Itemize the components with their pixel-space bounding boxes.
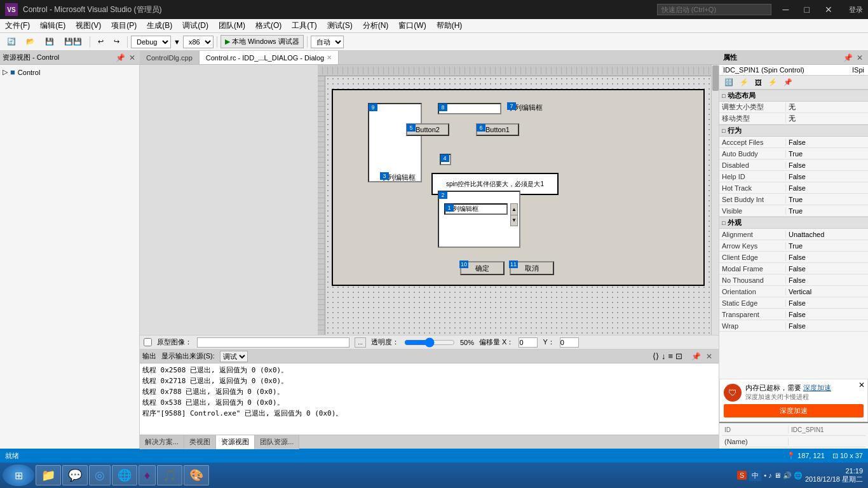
- control-5-button2[interactable]: 5 Button2: [406, 123, 449, 136]
- media-icon: 🎵: [163, 468, 177, 482]
- tray-s-icon[interactable]: S: [737, 471, 747, 480]
- login-label[interactable]: 登录: [849, 5, 863, 15]
- run-button[interactable]: ▶ 本地 Windows 调试器: [220, 35, 304, 48]
- menu-analyze[interactable]: 分析(N): [358, 19, 394, 32]
- menu-project[interactable]: 项目(P): [106, 19, 142, 32]
- prop-modal-frame-value: False: [786, 265, 868, 273]
- designer-area: 9 8 ▼ 7 小列编辑框 6 Button1: [140, 65, 719, 335]
- debug-mode-select[interactable]: Debug: [131, 36, 171, 48]
- menu-edit[interactable]: 编辑(E): [35, 19, 71, 32]
- spin-down-btn[interactable]: ▼: [511, 215, 517, 226]
- prop-btn-4[interactable]: ⚡: [766, 77, 780, 88]
- menu-window[interactable]: 窗口(W): [393, 19, 431, 32]
- control-4-checkbox[interactable]: 4: [440, 154, 451, 165]
- taskbar-item-wechat[interactable]: 💬: [62, 465, 88, 485]
- quick-launch-input[interactable]: [657, 4, 771, 15]
- control-9-rect[interactable]: 9: [368, 103, 422, 182]
- menu-file[interactable]: 文件(F): [0, 19, 35, 32]
- quick-launch[interactable]: [657, 4, 771, 15]
- section-dynamic-layout-header[interactable]: □ 动态布局: [719, 90, 868, 102]
- close-button[interactable]: ✕: [821, 3, 836, 16]
- toolbar-save[interactable]: 💾: [41, 36, 58, 48]
- build-config-select[interactable]: 自动: [311, 36, 344, 48]
- output-toolbar-btn1[interactable]: ⟨⟩: [653, 351, 659, 361]
- control-1-textbox[interactable]: 1 小列编辑框: [444, 203, 508, 215]
- menu-tools[interactable]: 工具(T): [287, 19, 322, 32]
- control-2-spinbox[interactable]: 2 1 小列编辑框 ▲ ▼: [438, 191, 520, 248]
- popup-close-btn[interactable]: ✕: [858, 381, 865, 390]
- menu-format[interactable]: 格式(O): [250, 19, 287, 32]
- pin-properties-icon[interactable]: 📌: [842, 53, 854, 62]
- status-coords: 📍 187, 121: [787, 452, 825, 460]
- explorer-icon: 📁: [41, 468, 55, 482]
- prototype-image-checkbox[interactable]: [144, 338, 152, 346]
- show-source-select[interactable]: 调试: [220, 351, 248, 362]
- toolbar-saveall[interactable]: 💾💾: [60, 36, 86, 48]
- tab-team-resource[interactable]: 团队资源...: [255, 435, 299, 449]
- menu-help[interactable]: 帮助(H): [431, 19, 468, 32]
- menu-view[interactable]: 视图(V): [71, 19, 106, 32]
- scrollbar-thumb[interactable]: [712, 65, 719, 91]
- output-toolbar-btn3[interactable]: ≡: [668, 351, 673, 361]
- taskbar-item-ie[interactable]: 🌐: [112, 465, 137, 485]
- prop-btn-3[interactable]: 🖼: [752, 78, 764, 88]
- offset-y-input[interactable]: [560, 337, 579, 348]
- menu-build[interactable]: 生成(B): [142, 19, 177, 32]
- tab-solution[interactable]: 解决方案...: [140, 435, 184, 449]
- prop-btn-5[interactable]: 📌: [781, 77, 795, 88]
- output-line-5: 程序"[9588] Control.exe" 已退出, 返回值为 0 (0x0)…: [142, 408, 716, 419]
- spin-buttons[interactable]: ▲ ▼: [510, 203, 518, 226]
- tree-item-control[interactable]: ▷ ■ Control: [3, 67, 137, 77]
- dialog-window[interactable]: 9 8 ▼ 7 小列编辑框 6 Button1: [332, 89, 705, 286]
- offset-x-input[interactable]: [519, 337, 538, 348]
- control-6-button1[interactable]: 6 Button1: [476, 123, 519, 136]
- tab-resource-view[interactable]: 资源视图: [216, 435, 255, 449]
- close-output-icon[interactable]: ✕: [705, 352, 714, 361]
- prototype-path-input[interactable]: [197, 337, 349, 348]
- tab-close-icon[interactable]: ✕: [327, 54, 332, 61]
- pin-output-icon[interactable]: 📌: [690, 352, 702, 361]
- maximize-button[interactable]: □: [801, 3, 813, 16]
- close-properties-icon[interactable]: ✕: [855, 53, 864, 62]
- menu-team[interactable]: 团队(M): [214, 19, 250, 32]
- start-button[interactable]: ⊞: [3, 464, 34, 486]
- menu-test[interactable]: 测试(S): [322, 19, 358, 32]
- prop-btn-1[interactable]: 🔠: [722, 77, 736, 88]
- menu-debug[interactable]: 调试(D): [177, 19, 214, 32]
- tray-input-method[interactable]: 中: [749, 470, 761, 481]
- section-behavior-header[interactable]: □ 行为: [719, 125, 868, 137]
- toolbar-new[interactable]: 🔄: [3, 36, 20, 48]
- taskbar-item-media[interactable]: 🎵: [157, 465, 182, 485]
- minimize-button[interactable]: ─: [779, 3, 793, 16]
- transparency-slider[interactable]: [404, 337, 455, 348]
- clock-display[interactable]: 21:19 2018/12/18 星期二: [805, 467, 863, 484]
- prop-auto-buddy-value: True: [786, 150, 868, 158]
- output-title: 输出: [142, 351, 156, 361]
- popup-link[interactable]: 深度加速: [803, 384, 831, 391]
- toolbar-redo[interactable]: ↪: [109, 36, 124, 48]
- taskbar-item-360[interactable]: ◎: [89, 465, 111, 485]
- tab-control-rc[interactable]: Control.rc - IDD_...L_DIALOG - Dialog ✕: [200, 51, 339, 64]
- output-toolbar-btn2[interactable]: ↓: [661, 351, 666, 361]
- browse-button[interactable]: ...: [355, 337, 366, 348]
- output-toolbar-btn4[interactable]: ⊡: [675, 351, 682, 361]
- center-area: ControlDlg.cpp Control.rc - IDD_...L_DIA…: [140, 51, 719, 449]
- pin-icon[interactable]: 📌: [114, 53, 126, 62]
- popup-action-button[interactable]: 深度加速: [724, 404, 864, 417]
- taskbar-item-paint[interactable]: 🎨: [184, 465, 209, 485]
- prop-disabled-value: False: [786, 161, 868, 169]
- control-8-combo[interactable]: 8 ▼: [438, 103, 501, 114]
- platform-select[interactable]: x86: [183, 36, 214, 48]
- tab-controldlg[interactable]: ControlDlg.cpp: [140, 51, 200, 64]
- spin-up-btn[interactable]: ▲: [511, 204, 517, 215]
- toolbar-undo[interactable]: ↩: [93, 36, 108, 48]
- taskbar-item-explorer[interactable]: 📁: [36, 465, 61, 485]
- section-appearance-header[interactable]: □ 外观: [719, 217, 868, 229]
- prop-btn-2[interactable]: ⚡: [737, 77, 751, 88]
- tab-class-view[interactable]: 类视图: [184, 435, 216, 449]
- toolbar-open[interactable]: 📂: [22, 36, 39, 48]
- run-target-label: 本地 Windows 调试器: [232, 37, 299, 46]
- scrollbar-v[interactable]: [711, 65, 719, 335]
- close-panel-icon[interactable]: ✕: [128, 53, 137, 62]
- taskbar-item-vs[interactable]: ♦: [139, 465, 156, 485]
